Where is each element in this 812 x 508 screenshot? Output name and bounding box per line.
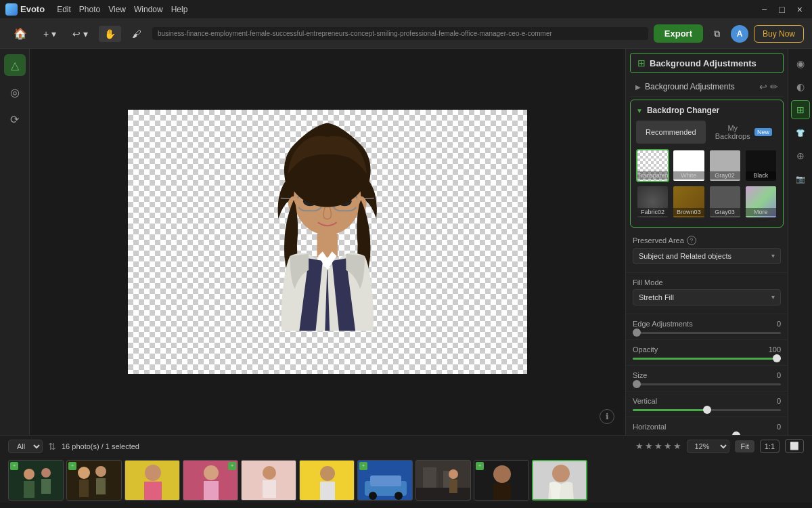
camera-settings-icon[interactable]: 📷	[791, 169, 810, 188]
color-wheel-icon[interactable]: ◉	[791, 54, 810, 73]
filter-select[interactable]: All	[8, 440, 43, 453]
swatch-label-gray03: Gray03	[710, 208, 740, 216]
vertical-label: Vertical	[633, 397, 657, 405]
edge-adj-slider[interactable]	[633, 332, 781, 334]
grid-icon-small: ⊞	[637, 58, 646, 68]
transform-icon[interactable]: ⊕	[791, 146, 810, 165]
swatch-grid-row2: Fabric02 Brown03 Gray03 More	[636, 185, 777, 218]
zoom-select[interactable]: 12% 25% 50% 100%	[687, 440, 729, 453]
swatch-black[interactable]: Black	[744, 149, 777, 182]
swatch-white[interactable]: White	[672, 149, 705, 182]
horizontal-slider[interactable]	[633, 435, 781, 436]
star-3[interactable]: ★	[654, 441, 662, 451]
bg-adjustments-sub-label: Background Adjustments	[645, 82, 735, 91]
undo-button[interactable]: ↩ ▾	[67, 26, 93, 42]
thumb-1[interactable]: +	[8, 460, 64, 501]
thumb-3[interactable]	[125, 460, 180, 501]
thumb-6-preview	[300, 461, 355, 501]
svg-point-40	[369, 492, 377, 500]
reset-icon[interactable]: ↩	[759, 81, 767, 92]
swatch-gray02[interactable]: Gray02	[708, 149, 742, 182]
swatch-fabric02[interactable]: Fabric02	[636, 185, 669, 218]
preserved-area-help-icon[interactable]: ?	[687, 236, 696, 245]
svg-point-32	[263, 466, 276, 480]
menu-window[interactable]: Window	[130, 3, 167, 16]
svg-rect-47	[449, 480, 457, 493]
swatch-label-white: White	[673, 171, 704, 179]
size-thumb[interactable]	[633, 380, 641, 388]
maximize-button[interactable]: □	[775, 3, 788, 16]
minimize-button[interactable]: −	[757, 3, 771, 16]
thumb-8-preview	[416, 461, 471, 501]
edge-adj-thumb[interactable]	[633, 329, 641, 337]
swatch-brown03[interactable]: Brown03	[672, 185, 705, 218]
thumb-7[interactable]: +	[357, 460, 413, 501]
menu-view[interactable]: View	[104, 3, 130, 16]
star-1[interactable]: ★	[635, 441, 644, 451]
preserved-area-section: Preserved Area ? Subject and Related obj…	[626, 230, 788, 273]
mask-icon[interactable]: ◐	[791, 77, 810, 96]
info-button[interactable]: ℹ	[600, 409, 614, 424]
fill-mode-dropdown[interactable]: Stretch Fill ▾	[633, 289, 781, 305]
edge-adj-value: 0	[777, 320, 781, 328]
menu-photo[interactable]: Photo	[75, 3, 104, 16]
svg-rect-44	[423, 467, 436, 488]
thumb-5-preview	[242, 461, 296, 501]
thumb-8[interactable]	[415, 460, 471, 501]
thumb-4[interactable]: +	[183, 460, 238, 501]
sidebar-icon-history[interactable]: ⟳	[4, 108, 26, 130]
thumb-6[interactable]	[299, 460, 355, 501]
star-4[interactable]: ★	[664, 441, 672, 451]
bg-adjustments-row[interactable]: ▶ Background Adjustments ↩ ✏	[635, 81, 778, 92]
menu-edit[interactable]: Edit	[53, 3, 75, 16]
vertical-value: 0	[777, 397, 781, 405]
horizontal-label: Horizontal	[633, 423, 667, 431]
brush-tool[interactable]: 🖌	[127, 26, 147, 42]
thumb-5[interactable]	[241, 460, 296, 501]
opacity-slider[interactable]	[633, 358, 781, 360]
thumb-9[interactable]: +	[474, 460, 529, 501]
home-button[interactable]: 🏠	[8, 24, 32, 43]
fit-button[interactable]: Fit	[735, 440, 754, 452]
recommended-tab[interactable]: Recommended	[636, 121, 706, 144]
export-button[interactable]: Export	[654, 24, 703, 43]
svg-rect-13	[317, 234, 338, 257]
sort-icon[interactable]: ⇅	[48, 441, 56, 452]
svg-point-49	[493, 465, 511, 483]
thumb-2-badge: +	[68, 462, 76, 470]
close-button[interactable]: ×	[793, 3, 807, 16]
right-icons-strip: ◉ ◐ ⊞ 👕 ⊕ 📷	[788, 49, 812, 435]
swatch-more[interactable]: More	[744, 185, 777, 218]
chevron-down-icon-fill: ▾	[771, 293, 775, 301]
backdrop-changer-title-row[interactable]: ▼ Backdrop Changer	[636, 106, 777, 115]
size-slider[interactable]	[633, 383, 781, 385]
copy-button[interactable]: ⧉	[708, 26, 725, 42]
bottom-toolbar: All ⇅ 16 photo(s) / 1 selected ★ ★ ★ ★ ★…	[0, 436, 812, 457]
swatch-transparent[interactable]: Transparent	[636, 149, 669, 182]
sidebar-icon-adjustments[interactable]: ◎	[4, 81, 26, 103]
hand-tool[interactable]: ✋	[99, 26, 121, 42]
my-backdrops-tab[interactable]: My Backdrops New	[708, 121, 778, 144]
opacity-thumb[interactable]	[773, 354, 781, 362]
svg-rect-22	[79, 480, 89, 497]
thumb-2[interactable]: +	[66, 460, 122, 501]
canvas-container	[128, 110, 527, 374]
star-2[interactable]: ★	[645, 441, 653, 451]
add-button[interactable]: + ▾	[38, 26, 62, 42]
ratio-button[interactable]: 1:1	[760, 440, 780, 453]
clothing-icon[interactable]: 👕	[791, 123, 810, 142]
thumb-10[interactable]	[532, 460, 587, 501]
vertical-thumb[interactable]	[703, 406, 711, 414]
preserved-area-dropdown[interactable]: Subject and Related objects ▾	[633, 248, 781, 264]
edit-pencil-icon[interactable]: ✏	[770, 81, 778, 92]
menu-help[interactable]: Help	[167, 3, 192, 16]
sidebar-icon-layers[interactable]: △	[4, 54, 26, 76]
swatch-gray03[interactable]: Gray03	[708, 185, 742, 218]
expand-filmstrip-button[interactable]: ⬜	[785, 439, 804, 453]
vertical-slider[interactable]	[633, 409, 781, 411]
buynow-button[interactable]: Buy Now	[754, 25, 804, 43]
grid-backdrop-icon[interactable]: ⊞	[791, 100, 810, 119]
star-5[interactable]: ★	[673, 441, 681, 451]
thumb-1-badge: +	[10, 462, 18, 470]
horizontal-thumb[interactable]	[732, 431, 740, 435]
